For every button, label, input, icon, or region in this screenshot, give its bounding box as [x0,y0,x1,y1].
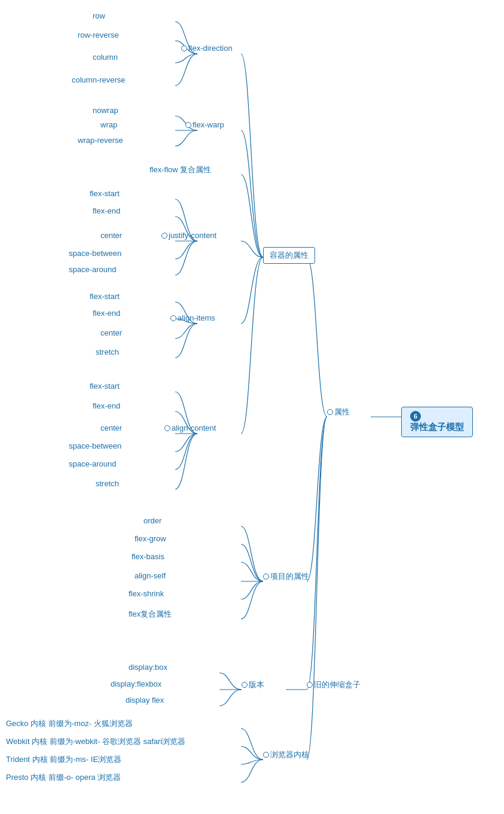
leaf-jc-center: center [100,231,122,240]
leaf-jc-flex-end: flex-end [93,206,120,215]
leaf-flex-shrink: flex-shrink [129,589,164,598]
circle-旧的伸缩盒子 [307,682,313,688]
leaf-jc-flex-start: flex-start [90,189,120,198]
leaf-row: row [93,11,105,20]
leaf-presto: Presto 内核 前缀-o- opera 浏览器 [6,772,121,783]
leaf-jc-space-around: space-around [69,265,117,274]
leaf-ac-flex-end: flex-end [93,401,120,410]
node-align-items: align-items [170,313,215,322]
leaf-ac-flex-start: flex-start [90,382,120,391]
node-属性: 属性 [327,407,350,417]
leaf-jc-space-between: space-between [69,249,121,258]
leaf-align-self: align-self [135,571,166,580]
leaf-ac-space-between: space-between [69,441,121,450]
node-容器的属性: 容器的属性 [263,247,315,264]
leaf-ai-flex-start: flex-start [90,292,120,301]
circle-align-items [170,315,176,321]
node-justify-content: justify-content [161,231,216,240]
circle-浏览器内核 [263,752,269,758]
leaf-ai-center: center [100,328,122,337]
node-align-content: align-content [164,423,216,432]
leaf-ac-space-around: space-around [69,459,117,468]
leaf-row-reverse: row-reverse [78,31,119,39]
node-flex-flow: flex-flow 复合属性 [149,164,211,175]
root-label: 6 弹性盒子模型 [401,407,473,437]
leaf-flex-compound: flex复合属性 [129,609,172,620]
leaf-trident: Trident 内核 前缀为-ms- IE浏览器 [6,754,121,765]
leaf-display-flexbox: display:flexbox [111,679,161,688]
leaf-ai-flex-end: flex-end [93,309,120,318]
leaf-nowrap: nowrap [93,106,118,115]
leaf-column-reverse: column-reverse [72,75,126,84]
mind-map: 6 弹性盒子模型 属性 容器的属性 项目的属性 旧的伸缩盒子 浏览器内核 版本 … [0,0,504,814]
circle-属性 [327,409,333,415]
node-版本: 版本 [242,679,264,690]
leaf-flex-basis: flex-basis [132,552,164,561]
circle-justify-content [161,233,167,239]
leaf-flex-grow: flex-grow [135,534,166,543]
node-浏览器内核: 浏览器内核 [263,749,309,760]
leaf-display-box: display:box [129,663,167,672]
circle-flex-direction [181,45,187,51]
leaf-display-flex: display flex [126,696,164,705]
leaf-order: order [143,516,161,525]
leaf-gecko: Gecko 内核 前缀为-moz- 火狐浏览器 [6,718,133,729]
leaf-wrap-reverse: wrap-reverse [78,136,123,145]
circle-项目的属性 [263,574,269,580]
node-flex-direction: flex-direction [181,44,233,53]
root-node: 6 弹性盒子模型 [401,407,473,437]
leaf-ai-stretch: stretch [96,347,119,356]
circle-版本 [242,682,248,688]
node-flex-warp: flex-warp [185,120,224,129]
leaf-ac-center: center [100,423,122,432]
leaf-webkit: Webkit 内核 前缀为-webkit- 谷歌浏览器 safari浏览器 [6,736,185,747]
leaf-column: column [93,53,118,62]
circle-flex-warp [185,122,191,128]
leaf-ac-stretch: stretch [96,479,119,488]
node-旧的伸缩盒子: 旧的伸缩盒子 [307,679,361,690]
root-number: 6 [410,411,421,422]
leaf-wrap: wrap [100,120,117,129]
circle-align-content [164,425,170,431]
node-项目的属性: 项目的属性 [263,571,309,582]
